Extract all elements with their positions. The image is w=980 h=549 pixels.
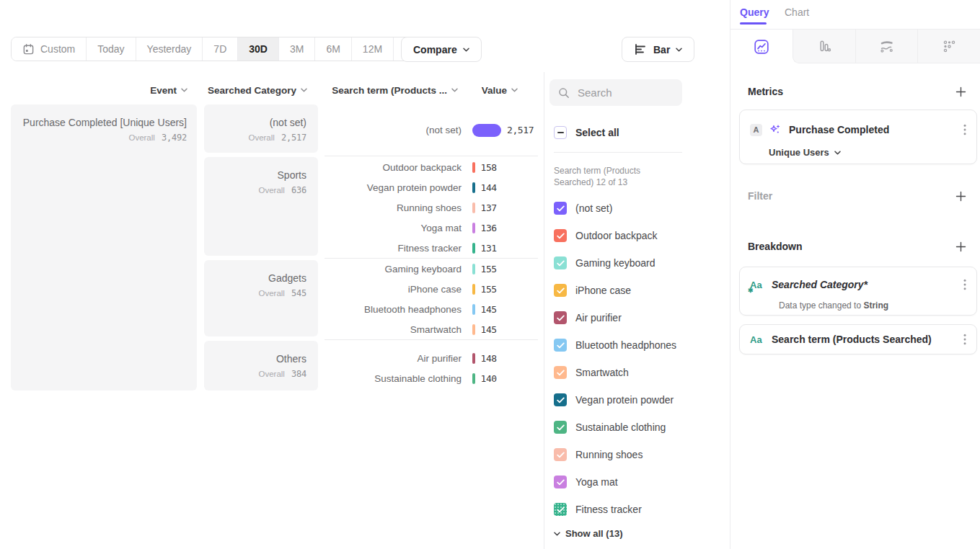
value-bar [472, 284, 475, 295]
select-all-checkbox[interactable] [554, 126, 567, 139]
search-term-label: Smartwatch [325, 324, 462, 335]
indeterminate-dash-icon [557, 132, 564, 133]
date-range-7d[interactable]: 7D [203, 37, 238, 61]
string-property-icon: Aa [750, 334, 766, 345]
term-group: Air purifier 148Sustainable clothing 140 [325, 339, 538, 388]
date-range-30d[interactable]: 30D [238, 37, 279, 61]
date-range-6m[interactable]: 6M [315, 37, 351, 61]
date-range-3m[interactable]: 3M [279, 37, 315, 61]
chart-type-button[interactable]: Bar [622, 37, 694, 62]
checkbox-checked[interactable] [554, 421, 567, 434]
checkbox-checked[interactable] [554, 311, 567, 324]
chevron-down-icon [181, 88, 187, 92]
breakdown-card[interactable]: Aa Search term (Products Searched) [739, 324, 977, 354]
insights-icon [754, 39, 769, 55]
value-number: 155 [481, 264, 497, 274]
search-term-label: Sustainable clothing [325, 373, 462, 384]
filter-item-label: Fitness tracker [575, 504, 642, 515]
value-bar [472, 353, 475, 364]
category-cell[interactable]: Others Overall 384 [204, 341, 318, 390]
column-header-value[interactable]: Value [462, 84, 518, 96]
compare-label: Compare [413, 44, 457, 55]
event-overall: Overall 3,492 [18, 133, 187, 143]
overall-value: 2,517 [281, 133, 306, 143]
filter-item-label: Gaming keyboard [575, 257, 655, 269]
measure-dropdown[interactable]: Unique Users [740, 147, 976, 158]
search-term-row[interactable]: Outdoor backpack 158 [325, 157, 538, 177]
filter-item[interactable]: Outdoor backpack [554, 222, 676, 249]
search-term-row[interactable]: Bluetooth headphones 145 [325, 299, 538, 319]
report-tab-flows-icon[interactable] [855, 30, 918, 63]
filter-item[interactable]: Running shoes [554, 441, 676, 468]
compare-button[interactable]: Compare [401, 37, 482, 62]
add-breakdown-button[interactable] [955, 241, 966, 252]
kebab-menu-icon[interactable] [962, 122, 968, 137]
metric-letter-badge: A [750, 124, 762, 136]
term-group: Gaming keyboard 155iPhone case 155Blueto… [325, 258, 538, 339]
filter-item[interactable]: Sustainable clothing [554, 414, 676, 441]
search-term-row[interactable]: Gaming keyboard 155 [325, 259, 538, 279]
search-term-row[interactable]: Sustainable clothing 140 [325, 368, 538, 388]
add-filter-button[interactable] [955, 190, 966, 202]
search-term-row[interactable]: Smartwatch 145 [325, 319, 538, 339]
search-term-label: Vegan protein powder [325, 182, 462, 193]
breakdown-card[interactable]: Aa✱ Searched Category* Data type changed… [739, 267, 977, 316]
kebab-menu-icon[interactable] [962, 332, 968, 347]
checkbox-checked[interactable] [554, 229, 567, 242]
search-term-row[interactable]: Vegan protein powder 144 [325, 177, 538, 197]
show-all-button[interactable]: Show all (13) [554, 528, 622, 539]
checkbox-checked[interactable] [554, 202, 567, 215]
date-range-yesterday[interactable]: Yesterday [136, 37, 203, 61]
checkbox-checked[interactable] [554, 284, 567, 297]
select-all-row[interactable]: Select all [554, 126, 619, 139]
metric-card[interactable]: A Purchase Completed Unique Users [739, 110, 977, 164]
column-header-search-term[interactable]: Search term (Products ... [325, 84, 458, 96]
chevron-down-icon [451, 88, 458, 92]
event-cell[interactable]: Purchase Completed [Unique Users] Overal… [11, 104, 197, 390]
filter-item[interactable]: (not set) [554, 195, 676, 222]
retention-icon [942, 39, 956, 53]
column-header-searched-category[interactable]: Searched Category [204, 84, 307, 96]
breakdown-note: Data type changed to String [740, 300, 976, 311]
search-term-row[interactable]: Air purifier 148 [325, 348, 538, 368]
overall-label: Overall [258, 289, 284, 298]
checkbox-checked[interactable] [554, 476, 567, 488]
tab-chart[interactable]: Chart [785, 6, 809, 18]
filter-item[interactable]: Smartwatch [554, 359, 676, 386]
filter-item[interactable]: Gaming keyboard [554, 249, 676, 277]
report-tab-funnels-icon[interactable] [793, 30, 855, 63]
report-tab-retention-icon[interactable] [917, 30, 980, 63]
checkbox-checked[interactable] [554, 448, 567, 461]
filter-item[interactable]: iPhone case [554, 277, 676, 304]
report-tab-insights-icon[interactable] [730, 30, 793, 63]
value-bar [472, 304, 475, 315]
date-range-12m[interactable]: 12M [352, 37, 394, 61]
search-term-row[interactable]: Fitness tracker 131 [325, 238, 538, 258]
column-header-event[interactable]: Event [11, 84, 187, 96]
date-range-today[interactable]: Today [87, 37, 136, 61]
filter-item-label: Air purifier [575, 312, 622, 323]
category-cell[interactable]: (not set) Overall 2,517 [204, 104, 318, 153]
kebab-menu-icon[interactable] [962, 277, 968, 292]
checkbox-checked[interactable] [554, 503, 567, 516]
search-term-row[interactable]: Running shoes 137 [325, 197, 538, 218]
checkbox-checked[interactable] [554, 256, 567, 269]
search-input[interactable] [576, 86, 674, 99]
filter-item[interactable]: Bluetooth headphones [554, 331, 676, 359]
checkbox-checked[interactable] [554, 393, 567, 406]
filter-item[interactable]: Yoga mat [554, 468, 676, 496]
value-number: 145 [481, 324, 497, 335]
search-term-row[interactable]: iPhone case 155 [325, 279, 538, 299]
filter-item[interactable]: Vegan protein powder [554, 386, 676, 414]
filter-item[interactable]: Air purifier [554, 304, 676, 331]
search-term-row[interactable]: Yoga mat 136 [325, 218, 538, 238]
date-range-custom[interactable]: Custom [12, 37, 87, 61]
category-cell[interactable]: Sports Overall 636 [204, 157, 318, 256]
tab-query[interactable]: Query [740, 6, 769, 18]
add-metric-button[interactable] [955, 86, 966, 97]
search-term-row[interactable]: (not set) 2,517 [325, 120, 538, 140]
filter-item[interactable]: Fitness tracker [554, 496, 676, 523]
checkbox-checked[interactable] [554, 366, 567, 379]
category-cell[interactable]: Gadgets Overall 545 [204, 260, 318, 336]
checkbox-checked[interactable] [554, 339, 567, 352]
